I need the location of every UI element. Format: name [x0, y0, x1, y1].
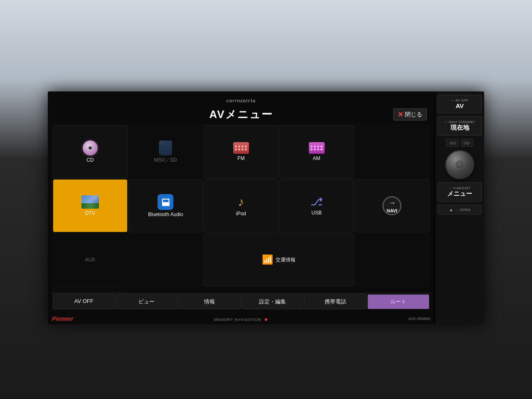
cd-icon [83, 140, 98, 155]
usb-icon: ⎇ [310, 195, 323, 208]
phone-button[interactable]: 携帯電話 [304, 294, 366, 309]
grid-item-dtv[interactable]: DTV [53, 179, 128, 232]
pioneer-label: Pioneer [52, 315, 73, 322]
knob-inner [456, 160, 464, 169]
grid-item-bluetooth[interactable]: ⬓ Bluetooth Audio [128, 179, 203, 232]
dtv-label: DTV [85, 210, 95, 216]
prev-arrow-icon[interactable]: ◁◁ [446, 139, 458, 147]
next-arrow-icon[interactable]: ▷▷ [461, 139, 473, 147]
model-label: AVIC-RW800 [408, 317, 430, 321]
close-button[interactable]: ✕ 閉じる [393, 108, 427, 121]
close-label: 閉じる [405, 111, 422, 118]
am-label: AM [313, 155, 320, 161]
msv-sd-label: MSV／SD [154, 157, 177, 163]
av-panel-button[interactable]: ← AV OFF AV [438, 95, 482, 113]
brand-bar: carrozzeria [51, 95, 431, 106]
am-icon [309, 142, 325, 154]
bluetooth-icon: ⬓ [158, 194, 173, 210]
open-label: ← OPEN [455, 208, 470, 212]
aux-label: AUX [85, 257, 95, 263]
pioneer-bar: Pioneer MEMORY NAVIGATION AVIC-RW800 [48, 313, 434, 324]
grid-item-empty3 [355, 233, 429, 286]
grid-item-ipod[interactable]: ♪ iPod [204, 179, 278, 232]
ipod-label: iPod [236, 211, 246, 217]
main-screen: carrozzeria AVメニュー ✕ 閉じる [48, 91, 434, 324]
current-loc-label: 現在地 [451, 124, 469, 132]
traffic-label: 交通情報 [276, 257, 296, 263]
bluetooth-label: Bluetooth Audio [148, 212, 183, 217]
title-row: AVメニュー ✕ 閉じる [51, 106, 431, 125]
grid-item-cd[interactable]: CD [53, 125, 128, 178]
route-button[interactable]: ルート [367, 294, 429, 309]
nav-arrows: ◁◁ ▷▷ [446, 139, 473, 147]
cd-inner [88, 146, 92, 150]
view-button[interactable]: ビュー [116, 294, 177, 309]
close-x-icon: ✕ [398, 111, 403, 118]
unit-container: carrozzeria AVメニュー ✕ 閉じる [48, 91, 484, 324]
grid-item-traffic[interactable]: 📶 交通情報 [204, 233, 354, 286]
navi-standby-label: ← NAVI STANDBY [444, 120, 475, 124]
grid-item-fm[interactable]: FM [204, 125, 278, 178]
ipod-icon: ♪ [238, 195, 244, 209]
fm-label: FM [237, 155, 244, 161]
bluetooth-symbol: ⬓ [161, 197, 170, 207]
eject-icon: ▲ [449, 207, 453, 212]
car-frame: carrozzeria AVメニュー ✕ 閉じる [0, 0, 532, 399]
navi-circle-icon: → NAVI [382, 196, 401, 215]
info-button[interactable]: 情報 [179, 294, 241, 309]
usb-label: USB [311, 210, 322, 216]
grid-item-usb[interactable]: ⎇ USB [279, 179, 354, 232]
red-dot-indicator [265, 318, 267, 321]
main-knob[interactable] [445, 150, 474, 179]
sd-icon [159, 140, 172, 155]
traffic-waves-icon: 📶 [262, 254, 273, 265]
bottom-bar: AV OFF ビュー 情報 設定・編集 携帯電話 ルート [51, 293, 431, 310]
menu-label: メニュー [447, 190, 472, 198]
icon-grid: CD MSV／SD [51, 125, 431, 293]
dtv-icon [81, 195, 99, 209]
grid-item-navi[interactable]: → NAVI [355, 179, 429, 232]
brand-label: carrozzeria [227, 97, 256, 103]
grid-item-empty4 [53, 287, 128, 293]
navi-text: NAVI [387, 208, 397, 213]
traffic-icon: 📶 交通情報 [262, 254, 296, 265]
cd-label: CD [86, 157, 94, 163]
memory-nav-label: MEMORY NAVIGATION [214, 318, 261, 322]
grid-item-empty2 [128, 233, 203, 286]
right-panel: ← AV OFF AV ← NAVI STANDBY 現在地 ◁◁ ▷▷ ← V… [434, 91, 484, 324]
navi-arrow-icon: → [388, 199, 396, 207]
av-title: AVメニュー [209, 107, 273, 122]
av-main-label: AV [456, 102, 464, 109]
v-adjust-label: ← V.ADJUST [448, 186, 470, 190]
memory-nav-container: MEMORY NAVIGATION [214, 315, 267, 323]
av-off-right-label: ← AV OFF [451, 99, 468, 102]
current-location-button[interactable]: ← NAVI STANDBY 現在地 [438, 116, 482, 135]
eject-button[interactable]: ▲ ← OPEN [438, 205, 482, 214]
grid-item-msv-sd[interactable]: MSV／SD [128, 125, 203, 178]
grid-item-am[interactable]: AM [279, 125, 354, 178]
grid-item-empty1 [355, 125, 429, 178]
menu-button[interactable]: ← V.ADJUST メニュー [438, 182, 482, 202]
settings-button[interactable]: 設定・編集 [241, 294, 303, 309]
av-off-button[interactable]: AV OFF [53, 294, 115, 309]
fm-icon [233, 142, 249, 154]
grid-item-aux[interactable]: AUX [53, 233, 128, 286]
